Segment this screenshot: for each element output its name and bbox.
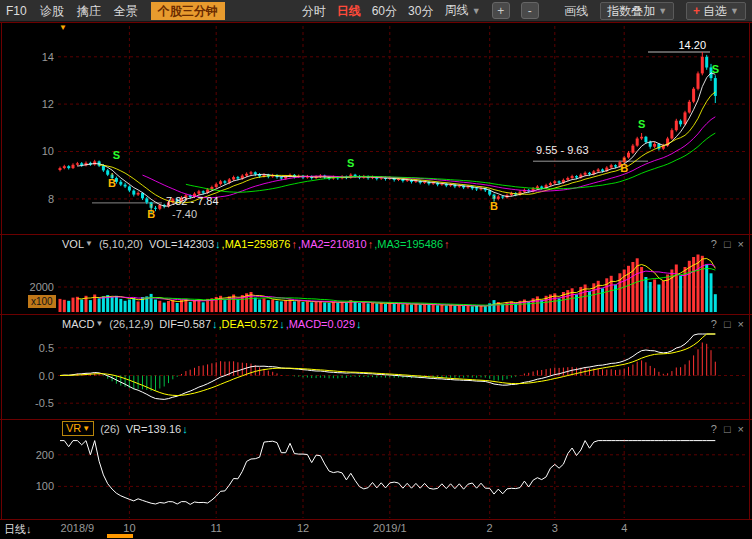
trend-arrow-icon: ↓: [182, 423, 188, 435]
add-watchlist-button[interactable]: +自选▼: [686, 2, 746, 20]
svg-text:S: S: [712, 63, 719, 75]
timeframe-weekly-label: 周线: [444, 3, 468, 17]
vr-values: VR=139.16↓: [126, 423, 189, 435]
toolbar-right-group: 画线 指数叠加▼ +自选▼: [564, 0, 746, 22]
vol-indicator-selector[interactable]: VOL▼: [62, 238, 93, 250]
timeline-month-label: 2018/9: [61, 522, 95, 534]
timeframe-intraday[interactable]: 分时: [302, 0, 326, 22]
svg-text:7.82 - 7.84: 7.82 - 7.84: [166, 195, 219, 207]
vol-values: VOL=142303↓,MA1=259876↑,MA2=210810↑,MA3=…: [149, 238, 451, 250]
svg-text:2000: 2000: [30, 281, 54, 293]
vol-indicator-name: VOL: [62, 238, 84, 250]
indicator-value: VOL=142303: [149, 238, 214, 250]
chevron-down-icon: ▼: [730, 3, 739, 19]
stock-chart-app: F10 诊股 擒庄 全景 个股三分钟 分时 日线 60分 30分 周线 ▼ + …: [0, 0, 752, 539]
svg-text:14: 14: [42, 51, 54, 63]
maximize-icon[interactable]: □: [724, 423, 731, 435]
help-icon[interactable]: ?: [711, 423, 717, 435]
vol-panel-icons: ? □ ×: [711, 238, 752, 250]
panel-divider: [0, 519, 752, 520]
svg-text:B: B: [108, 177, 116, 189]
timeline-scrollbar-thumb[interactable]: [107, 534, 133, 538]
svg-text:10: 10: [42, 145, 54, 157]
price-candlestick-chart[interactable]: 1412108S↑B↑BS↑B↑BSS14.207.82 - 7.84-7.40…: [0, 22, 752, 234]
close-icon[interactable]: ×: [738, 423, 744, 435]
index-overlay-label: 指数叠加: [607, 3, 655, 19]
panel-divider: [0, 314, 752, 315]
macd-indicator-name: MACD: [62, 318, 94, 330]
top-toolbar: F10 诊股 擒庄 全景 个股三分钟 分时 日线 60分 30分 周线 ▼ + …: [0, 0, 752, 22]
svg-text:100: 100: [36, 480, 54, 492]
plus-icon: +: [693, 3, 700, 19]
zoom-out-button[interactable]: -: [521, 2, 539, 19]
timeframe-weekly[interactable]: 周线 ▼: [444, 0, 480, 22]
vr-panel-header: VR▼ (26) VR=139.16↓ ? □ ×: [0, 421, 752, 436]
svg-text:14.20: 14.20: [678, 39, 706, 51]
arrow-down-icon: ↓: [26, 523, 32, 535]
close-icon[interactable]: ×: [738, 318, 744, 330]
indicator-value: ,MA2=210810: [298, 238, 367, 250]
help-icon[interactable]: ?: [711, 238, 717, 250]
zoom-in-button[interactable]: +: [492, 2, 510, 19]
svg-text:B: B: [490, 200, 498, 212]
svg-text:9.55 - 9.63: 9.55 - 9.63: [536, 144, 589, 156]
chart-right-border: [749, 22, 750, 519]
chevron-down-icon: ▼: [95, 319, 103, 328]
period-selector[interactable]: 日线↓: [4, 522, 32, 537]
svg-text:12: 12: [42, 98, 54, 110]
indicator-value: VR=139.16: [126, 423, 181, 435]
timeline-month-label: 2: [487, 522, 493, 534]
stock-3min-button[interactable]: 个股三分钟: [151, 2, 225, 20]
menu-panorama[interactable]: 全景: [114, 0, 138, 22]
trend-arrow-icon: ↓: [356, 318, 362, 330]
maximize-icon[interactable]: □: [724, 318, 731, 330]
timeframe-60min[interactable]: 60分: [372, 0, 397, 22]
chevron-down-icon: ▼: [82, 422, 90, 435]
trend-arrow-icon: ↑: [368, 238, 374, 250]
panel-divider: [0, 419, 752, 420]
timeframe-daily[interactable]: 日线: [337, 0, 361, 22]
vr-indicator-name: VR: [66, 422, 81, 435]
time-axis: 2018/91011122019/1234: [0, 520, 752, 534]
vr-panel-icons: ? □ ×: [711, 423, 752, 435]
chevron-down-icon: ▼: [658, 3, 667, 19]
macd-panel-header: MACD▼ (26,12,9) DIF=0.587↓,DEA=0.572↓,MA…: [0, 316, 752, 331]
timeline-month-label: 11: [211, 522, 222, 534]
timeframe-group: 分时 日线 60分 30分 周线 ▼ + -: [302, 0, 539, 22]
draw-line-button[interactable]: 画线: [564, 0, 588, 22]
help-icon[interactable]: ?: [711, 318, 717, 330]
vr-params: (26): [100, 423, 120, 435]
trend-arrow-icon: ↑: [444, 238, 450, 250]
menu-f10[interactable]: F10: [6, 0, 27, 22]
indicator-value: ,DEA=0.572: [219, 318, 279, 330]
vr-indicator-selector[interactable]: VR▼: [62, 421, 94, 436]
timeframe-30min[interactable]: 30分: [408, 0, 433, 22]
svg-text:-0.5: -0.5: [35, 397, 54, 409]
panel-divider: [0, 234, 752, 235]
trend-arrow-icon: ↓: [215, 238, 221, 250]
svg-text:8: 8: [48, 193, 54, 205]
main-indicator-caret-icon[interactable]: ▼: [59, 23, 67, 32]
timeline-month-label: 3: [552, 522, 558, 534]
svg-text:B: B: [147, 208, 155, 220]
trend-arrow-icon: ↑: [291, 238, 297, 250]
trend-arrow-icon: ↓: [279, 318, 285, 330]
trend-arrow-icon: ↓: [212, 318, 218, 330]
menu-diagnose-stock[interactable]: 诊股: [40, 0, 64, 22]
index-overlay-button[interactable]: 指数叠加▼: [600, 2, 674, 20]
svg-text:0.5: 0.5: [39, 342, 54, 354]
indicator-value: ,MA1=259876: [222, 238, 291, 250]
svg-text:S: S: [638, 118, 645, 130]
panel-divider: [0, 22, 752, 23]
vol-panel-header: VOL▼ (5,10,20) VOL=142303↓,MA1=259876↑,M…: [0, 236, 752, 251]
timeline-month-label: 10: [123, 522, 135, 534]
chevron-down-icon: ▼: [472, 6, 481, 16]
vol-params: (5,10,20): [99, 238, 143, 250]
macd-indicator-selector[interactable]: MACD▼: [62, 318, 103, 330]
close-icon[interactable]: ×: [738, 238, 744, 250]
indicator-value: ,MACD=0.029: [286, 318, 355, 330]
menu-catch-banker[interactable]: 擒庄: [77, 0, 101, 22]
chevron-down-icon: ▼: [85, 239, 93, 248]
period-label: 日线: [4, 523, 26, 535]
maximize-icon[interactable]: □: [724, 238, 731, 250]
